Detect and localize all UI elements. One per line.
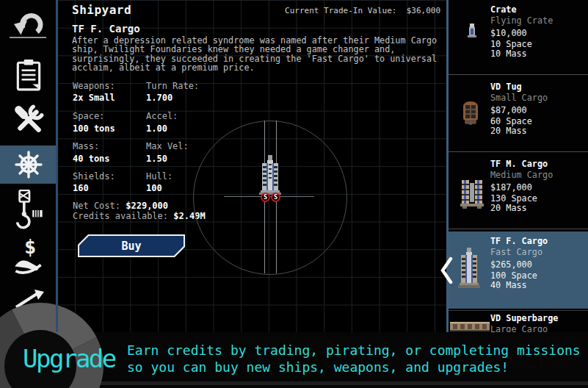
svg-text:$: $ (23, 237, 35, 258)
stat-value-hull: 100 (146, 183, 162, 193)
ship-item-type: Small Cargo (490, 93, 548, 103)
ship-list-separator (449, 151, 588, 152)
tf-f-cargo-ship-icon (458, 248, 480, 293)
vd-tug-ship-icon (461, 100, 480, 129)
ship-list: Crate Flying Crate $10,000 10 Space 10 M… (449, 0, 588, 388)
ship-list-separator (449, 229, 588, 229)
stat-label-shields: Shields: (73, 171, 115, 182)
helm-icon (12, 147, 46, 185)
weapon-mount-small-2[interactable]: S (271, 193, 280, 202)
stat-label-accel: Accel: (146, 111, 178, 121)
ship-item-name: VD Tug (490, 82, 522, 92)
sidebar-item-shipyard[interactable] (0, 147, 57, 185)
crane-hook-icon (13, 190, 44, 235)
net-cost-value: $229,000 (126, 201, 168, 211)
selected-item-chevron-icon[interactable] (440, 256, 453, 287)
return-arrow-icon (12, 7, 46, 40)
buy-button-label: Buy (79, 236, 184, 256)
sidebar-divider (10, 37, 46, 38)
sidebar-item-return[interactable] (0, 7, 57, 40)
stat-value-space: 100 tons (73, 123, 115, 134)
tf-m-cargo-ship-icon (460, 177, 484, 212)
ship-item-mass: 20 Mass (490, 126, 527, 136)
ship-item-mass: 40 Mass (490, 280, 527, 290)
ship-item-name: VD Superbarge (490, 313, 558, 323)
stat-value-maxvel: 1.50 (146, 154, 167, 164)
ship-list-item-crate[interactable]: Crate Flying Crate $10,000 10 Space 10 M… (449, 0, 588, 77)
sidebar-item-missions[interactable] (0, 59, 57, 94)
ship-item-mass: 10 Mass (490, 48, 527, 59)
ship-list-separator (449, 74, 588, 75)
stat-value-weapons: 2x Small (73, 93, 115, 103)
trade-in-label: Current Trade-In Value: (285, 6, 396, 15)
ship-list-item-vd-tug[interactable]: VD Tug Small Cargo $87,000 60 Space 20 M… (449, 77, 588, 154)
ship-item-space: 100 Space (490, 270, 537, 281)
credits-label: Credits available: (73, 211, 173, 221)
buy-button[interactable]: Buy (78, 234, 185, 257)
ship-list-item-tf-m-cargo[interactable]: TF M. Cargo Medium Cargo $187,000 130 Sp… (449, 154, 588, 231)
ship-item-space: 10 Space (490, 39, 532, 49)
tutorial-message-line2: so you can buy new ships, weapons, and u… (127, 359, 509, 375)
ship-item-name: Crate (490, 4, 517, 15)
ship-item-price: $87,000 (490, 105, 527, 115)
ship-item-type: Flying Crate (490, 15, 553, 26)
ship-item-price: $187,000 (490, 182, 532, 193)
crate-ship-icon (467, 24, 477, 43)
stat-value-turnrate: 1.700 (146, 93, 173, 103)
selected-ship-name: TF F. Cargo (72, 23, 140, 35)
ship-item-space: 60 Space (490, 116, 532, 126)
trade-in-value: Current Trade-In Value: $36,000 (285, 6, 440, 15)
stat-value-accel: 1.00 (146, 123, 167, 134)
ship-item-type: Medium Cargo (490, 170, 553, 180)
sidebar-item-sell[interactable]: $ (0, 237, 57, 278)
ship-item-mass: 20 Mass (490, 203, 527, 213)
ship-item-space: 130 Space (490, 193, 537, 204)
ship-item-name: TF M. Cargo (490, 159, 548, 169)
page-title: Shipyard (72, 3, 131, 17)
left-panel-border (56, 0, 58, 332)
tools-icon (13, 104, 44, 138)
sidebar-item-outfit[interactable] (0, 104, 57, 138)
ship-list-item-tf-f-cargo[interactable]: TF F. Cargo Fast Cargo $265,000 100 Spac… (449, 231, 588, 309)
stat-value-shields: 160 (73, 183, 89, 193)
net-cost-line: Net Cost: $229,000 (73, 201, 168, 211)
ship-description: After a depression related syndrome was … (72, 36, 443, 72)
ship-item-price: $265,000 (490, 259, 532, 270)
ship-item-price: $10,000 (490, 28, 527, 38)
trade-in-amount: $36,000 (407, 6, 440, 15)
ship-item-type: Fast Cargo (490, 247, 542, 257)
stat-label-turnrate: Turn Rate: (146, 81, 199, 91)
tutorial-message-line1: Earn credits by trading, pirating, or co… (127, 342, 581, 358)
ship-item-name: TF F. Cargo (490, 236, 548, 246)
stat-label-space: Space: (73, 111, 104, 121)
clipboard-icon (15, 59, 42, 94)
stat-label-mass: Mass: (73, 141, 99, 151)
net-cost-label: Net Cost: (73, 201, 126, 211)
stat-label-hull: Hull: (146, 171, 173, 182)
tutorial-title: Upgrade (23, 344, 115, 373)
stat-label-maxvel: Max Vel: (146, 141, 189, 151)
sidebar-item-crane[interactable] (0, 190, 57, 235)
credits-line: Credits available: $2.49M (73, 211, 206, 221)
ship-sprite (258, 155, 282, 199)
stat-value-mass: 40 tons (73, 154, 110, 164)
weapon-mount-small-1[interactable]: S (261, 193, 270, 202)
sell-hand-dollar-icon: $ (12, 237, 46, 278)
stat-label-weapons: Weapons: (73, 81, 115, 91)
